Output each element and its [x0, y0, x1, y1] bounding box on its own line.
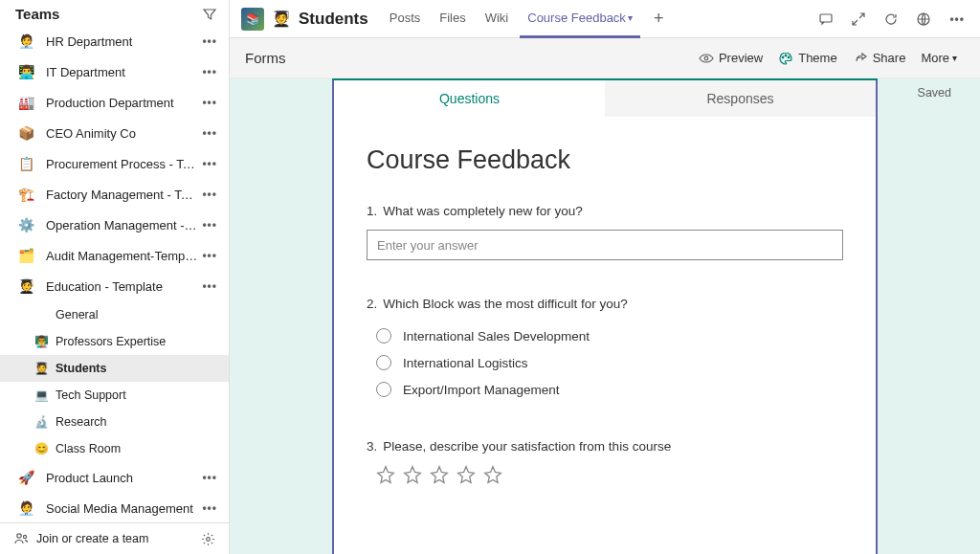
channel-label: General	[56, 308, 98, 321]
star-icon[interactable]	[457, 465, 476, 484]
q-text: Which Block was the most difficult for y…	[383, 297, 628, 311]
svg-point-2	[207, 537, 211, 541]
more-icon[interactable]: •••	[198, 126, 221, 140]
form-title[interactable]: Course Feedback	[367, 145, 843, 175]
team-item[interactable]: 🚀Product Launch•••	[0, 462, 229, 493]
team-label: Operation Management - Template	[46, 218, 198, 233]
share-label: Share	[873, 51, 906, 65]
preview-label: Preview	[719, 51, 763, 65]
team-item[interactable]: 🏗️Factory Management - Template•••	[0, 179, 229, 210]
tab-course-feedback[interactable]: Course Feedback▾	[520, 0, 640, 38]
form-card: Course Feedback 1.What was completely ne…	[332, 117, 878, 554]
team-avatar-icon: 📦	[15, 122, 36, 144]
team-item[interactable]: 🗂️Audit Management-Template•••	[0, 240, 229, 271]
q-number: 1.	[367, 204, 377, 218]
channel-icon: 👨‍🏫	[34, 334, 50, 349]
radio-option[interactable]: Export/Import Management	[367, 376, 843, 403]
star-icon[interactable]	[376, 465, 395, 484]
svg-point-1	[23, 535, 26, 538]
form-tab-responses[interactable]: Responses	[605, 80, 878, 117]
filter-icon[interactable]	[202, 7, 217, 22]
team-label: Procurement Process - Template	[46, 157, 198, 171]
channel-label: Research	[56, 415, 107, 429]
team-label: Production Department	[46, 96, 198, 110]
radio-option[interactable]: International Logistics	[367, 349, 843, 376]
tab-posts[interactable]: Posts	[382, 0, 429, 38]
team-label: Factory Management - Template	[46, 188, 198, 202]
theme-button[interactable]: Theme	[778, 51, 836, 66]
channel-label: Professors Expertise	[56, 335, 166, 348]
more-icon[interactable]: •••	[198, 249, 221, 262]
star-icon[interactable]	[483, 465, 502, 484]
channel-item[interactable]: 🔬Research	[0, 409, 229, 435]
more-icon[interactable]: •••	[198, 279, 221, 293]
question-3: 3.Please, describe your satisfaction fro…	[367, 439, 843, 484]
team-item[interactable]: 📋Procurement Process - Template•••	[0, 148, 229, 179]
tab-files[interactable]: Files	[432, 0, 473, 38]
team-item[interactable]: 🧑‍💼HR Department•••	[0, 26, 229, 56]
radio-icon[interactable]	[376, 355, 391, 370]
join-create-team[interactable]: Join or create a team	[13, 531, 148, 546]
more-label: More	[921, 51, 949, 65]
more-icon[interactable]: •••	[198, 188, 221, 201]
q-number: 2.	[367, 297, 377, 311]
saved-status: Saved	[918, 86, 951, 100]
people-icon	[13, 531, 29, 546]
share-button[interactable]: Share	[853, 51, 906, 66]
team-item[interactable]: 🏭Production Department•••	[0, 87, 229, 118]
more-icon[interactable]: •••	[198, 471, 221, 484]
radio-icon[interactable]	[376, 382, 391, 397]
star-icon[interactable]	[403, 465, 422, 484]
channel-label: Class Room	[56, 442, 121, 455]
team-item[interactable]: ⚙️Operation Management - Template•••	[0, 210, 229, 240]
preview-button[interactable]: Preview	[699, 51, 763, 66]
channel-item[interactable]: General	[0, 301, 229, 328]
channel-icon: 🧑‍🎓	[34, 361, 50, 376]
svg-point-7	[785, 55, 787, 56]
form-tab-questions[interactable]: Questions	[332, 80, 605, 117]
globe-icon[interactable]	[916, 11, 931, 27]
more-icon[interactable]: •••	[198, 65, 221, 78]
forms-app-icon: 📚	[241, 8, 264, 31]
add-tab-button[interactable]: +	[644, 9, 674, 29]
team-label: HR Department	[46, 34, 198, 49]
more-icon[interactable]: •••	[198, 157, 221, 170]
answer-input[interactable]	[367, 230, 843, 260]
form-canvas: Saved Questions Responses Course Feedbac…	[230, 78, 980, 554]
sidebar-title: Teams	[15, 6, 59, 22]
expand-icon[interactable]	[851, 11, 866, 27]
channel-item[interactable]: 👨‍🏫Professors Expertise	[0, 328, 229, 355]
star-icon[interactable]	[430, 465, 449, 484]
question-1: 1.What was completely new for you?	[367, 204, 843, 260]
tab-more-icon[interactable]: •••	[946, 12, 969, 26]
tab-wiki[interactable]: Wiki	[478, 0, 517, 38]
team-item[interactable]: 🧑‍💼Social Media Management•••	[0, 493, 229, 522]
channel-item[interactable]: 😊Class Room	[0, 435, 229, 462]
channel-item[interactable]: 💻Tech Support	[0, 382, 229, 409]
star-rating[interactable]	[367, 465, 843, 484]
svg-point-6	[782, 56, 784, 58]
chevron-down-icon: ▾	[628, 12, 633, 23]
channel-label: Tech Support	[56, 388, 126, 402]
more-icon[interactable]: •••	[198, 34, 221, 48]
more-icon[interactable]: •••	[198, 501, 221, 515]
team-label: Product Launch	[46, 471, 198, 485]
form-tabs: Questions Responses	[332, 78, 878, 117]
gear-icon[interactable]	[201, 532, 215, 546]
teams-sidebar: Teams 🧑‍💼HR Department••• 👨‍💻IT Departme…	[0, 0, 230, 554]
svg-rect-3	[820, 14, 832, 22]
chevron-down-icon: ▾	[952, 53, 957, 63]
more-icon[interactable]: •••	[198, 96, 221, 109]
team-item-education[interactable]: 🧑‍🎓Education - Template•••	[0, 271, 229, 301]
more-button[interactable]: More ▾	[921, 51, 957, 65]
refresh-icon[interactable]	[883, 11, 899, 27]
team-avatar-icon: ⚙️	[15, 214, 36, 235]
radio-icon[interactable]	[376, 328, 391, 343]
team-item[interactable]: 👨‍💻IT Department•••	[0, 56, 229, 87]
svg-point-5	[704, 56, 708, 60]
radio-option[interactable]: International Sales Development	[367, 322, 843, 349]
channel-item-students[interactable]: 🧑‍🎓Students	[0, 355, 229, 382]
team-item[interactable]: 📦CEO Animity Co•••	[0, 118, 229, 148]
conversation-icon[interactable]	[818, 11, 834, 27]
more-icon[interactable]: •••	[198, 218, 221, 232]
